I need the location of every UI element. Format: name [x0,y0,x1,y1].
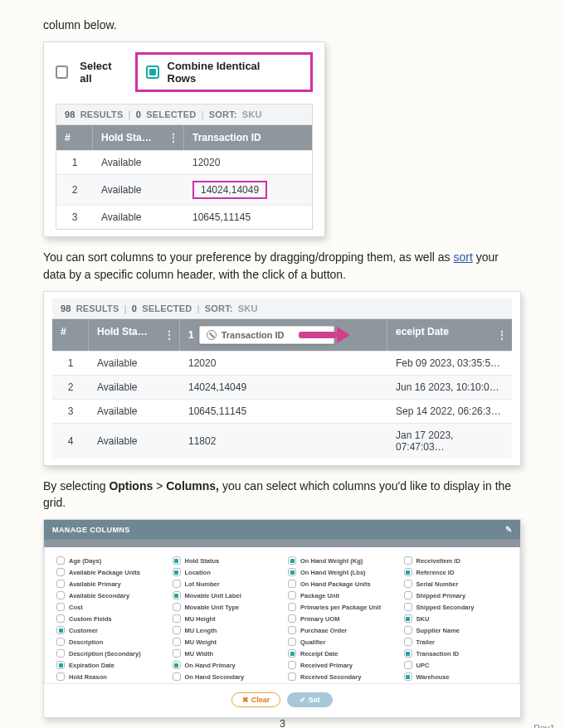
column-checkbox[interactable] [173,580,181,588]
column-option[interactable]: Reference ID [404,567,509,577]
column-option[interactable]: ReceiveItem ID [404,556,509,565]
table-row[interactable]: 1Available12020Feb 09 2023, 03:35:5… [52,351,512,375]
column-checkbox[interactable] [288,649,296,658]
column-option[interactable]: Warehouse [404,672,509,682]
column-option[interactable]: Custom Fields [56,614,161,624]
column-option[interactable]: Qualifier [288,637,392,647]
column-option[interactable]: MU Height [173,614,277,624]
table-row[interactable]: 1Available12020 [56,151,312,175]
column-option[interactable]: Available Secondary [56,590,161,600]
column-checkbox[interactable] [404,591,412,599]
column-option[interactable]: Supplier Name [404,625,509,635]
column-checkbox[interactable] [404,661,412,669]
column-checkbox[interactable] [173,591,181,599]
table-row[interactable]: 2Available14024,14049 [56,175,312,206]
column-option[interactable]: Location [173,567,277,577]
column-option[interactable]: Primaries per Package Unit [288,602,392,612]
column-option[interactable]: Serial Number [404,579,509,589]
column-option[interactable]: Available Package Units [56,567,161,577]
column-option[interactable]: On Hand Secondary [173,672,277,682]
column-option[interactable]: UPC [404,660,509,670]
column-option[interactable]: Received Secondary [288,672,392,682]
column-checkbox[interactable] [404,626,412,634]
column-checkbox[interactable] [404,649,412,658]
column-checkbox[interactable] [288,672,296,681]
col-transaction-dragging[interactable]: 1 Transaction ID [180,319,387,351]
column-option[interactable]: Cost [56,602,161,612]
column-checkbox[interactable] [56,672,65,681]
column-option[interactable]: Hold Reason [56,672,161,682]
col-index[interactable]: # [52,319,89,351]
column-checkbox[interactable] [288,626,296,634]
column-checkbox[interactable] [288,661,296,669]
column-checkbox[interactable] [288,556,296,565]
column-option[interactable]: MU Width [173,648,277,658]
col-hold-status[interactable]: Hold Sta…⋮ [93,125,184,150]
sort-link[interactable]: sort [453,250,472,264]
column-menu-icon[interactable]: ⋮ [168,132,178,143]
column-option[interactable]: Available Primary [56,579,161,589]
column-option[interactable]: On Hand Weight (Kg) [288,556,392,565]
column-checkbox[interactable] [288,603,296,611]
column-checkbox[interactable] [56,614,65,623]
column-checkbox[interactable] [56,661,65,669]
column-option[interactable]: Expiration Date [56,660,161,670]
column-checkbox[interactable] [288,614,296,623]
column-checkbox[interactable] [56,568,65,576]
column-option[interactable]: Trailer [404,637,509,647]
column-checkbox[interactable] [56,603,65,611]
col-hold-status[interactable]: Hold Sta…⋮ [89,319,180,351]
column-checkbox[interactable] [404,672,412,681]
col-receipt-date[interactable]: eceipt Date⋮ [387,319,512,351]
column-option[interactable]: MU Weight [173,637,277,647]
column-checkbox[interactable] [56,556,65,565]
column-checkbox[interactable] [288,568,296,576]
column-checkbox[interactable] [404,614,412,623]
column-checkbox[interactable] [56,580,65,588]
column-menu-icon[interactable]: ⋮ [497,329,507,341]
column-option[interactable]: Description [56,637,161,647]
table-row[interactable]: 3Available10645,11145 [56,206,312,230]
col-transaction-id[interactable]: Transaction ID [184,125,312,150]
table-row[interactable]: 4Available11802Jan 17 2023, 07:47:03… [52,423,512,459]
select-all-checkbox[interactable] [56,66,68,79]
column-option[interactable]: Receipt Date [288,648,392,658]
column-checkbox[interactable] [173,556,181,565]
column-checkbox[interactable] [173,638,181,646]
column-checkbox[interactable] [173,626,181,634]
column-option[interactable]: Hold Status [173,556,277,565]
column-option[interactable]: Movable Unit Label [173,590,277,600]
column-option[interactable]: Package Unit [288,590,392,600]
column-checkbox[interactable] [404,556,412,565]
column-option[interactable]: MU Length [173,625,277,635]
column-checkbox[interactable] [404,580,412,588]
set-button[interactable]: ✔ Set [287,692,333,707]
edit-icon[interactable]: ✎ [505,525,512,534]
column-option[interactable]: Age (Days) [56,556,161,565]
column-option[interactable]: Customer [56,625,161,635]
table-row[interactable]: 2Available14024,14049Jun 16 2023, 10:10:… [52,375,512,399]
column-option[interactable]: On Hand Primary [173,660,277,670]
column-checkbox[interactable] [404,638,412,646]
column-option[interactable]: On Hand Weight (Lbs) [288,567,392,577]
table-row[interactable]: 3Available10645,11145Sep 14 2022, 06:26:… [52,399,512,423]
column-option[interactable]: On Hand Package Units [288,579,392,589]
column-option[interactable]: Description (Secondary) [56,648,161,658]
column-option[interactable]: Movable Unit Type [173,602,277,612]
column-checkbox[interactable] [173,672,181,681]
column-checkbox[interactable] [404,603,412,611]
column-option[interactable]: Shipped Primary [404,590,509,600]
column-option[interactable]: Purchase Order [288,625,392,635]
column-checkbox[interactable] [173,614,181,623]
column-checkbox[interactable] [288,580,296,588]
column-checkbox[interactable] [173,649,181,658]
column-option[interactable]: Primary UOM [288,614,392,624]
column-option[interactable]: Transaction ID [404,648,509,658]
column-checkbox[interactable] [173,603,181,611]
column-checkbox[interactable] [56,638,65,646]
column-checkbox[interactable] [288,638,296,646]
drag-chip[interactable]: Transaction ID [199,326,335,344]
column-checkbox[interactable] [56,649,65,658]
column-option[interactable]: SKU [404,614,509,624]
column-checkbox[interactable] [288,591,296,599]
